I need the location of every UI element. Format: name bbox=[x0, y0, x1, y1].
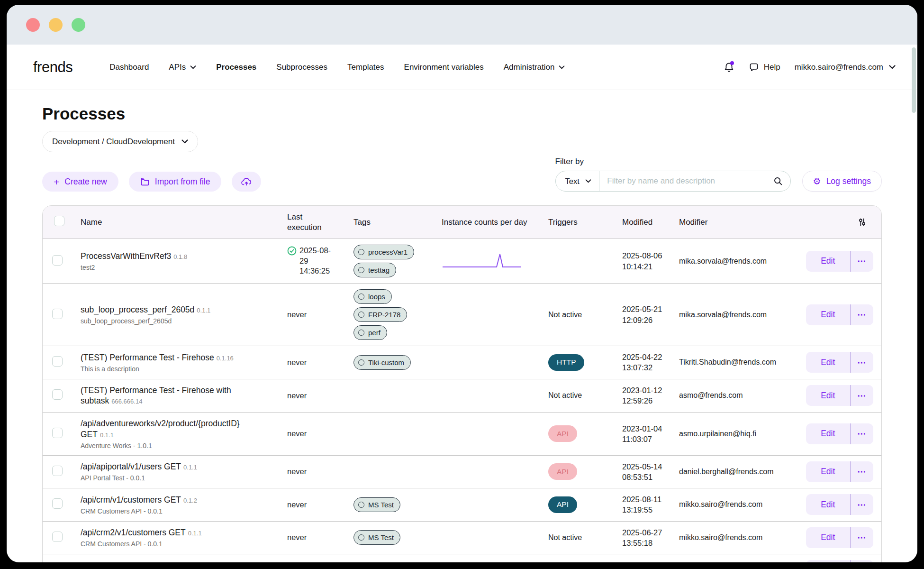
nav-item-administration[interactable]: Administration bbox=[504, 63, 565, 72]
column-modified[interactable]: Modified bbox=[611, 212, 668, 232]
row-checkbox[interactable] bbox=[52, 532, 63, 542]
process-name-cell[interactable]: (TEST) Performance Test - Firehose0.1.16… bbox=[69, 347, 276, 378]
row-checkbox-cell bbox=[43, 460, 69, 484]
import-from-file-button[interactable]: Import from file bbox=[129, 172, 222, 192]
cloud-upload-button[interactable] bbox=[232, 172, 261, 192]
process-name[interactable]: ProcessVarWithEnvRef3 bbox=[81, 251, 171, 261]
process-description: This is a description bbox=[81, 365, 272, 373]
actions-cell: Edit⋯ bbox=[805, 522, 882, 554]
process-name[interactable]: (TEST) Performance Test - Firehose bbox=[81, 353, 214, 362]
process-name[interactable]: /api/crm2/v1/customers GET bbox=[81, 528, 186, 537]
column-triggers[interactable]: Triggers bbox=[537, 212, 611, 232]
trigger-badge[interactable]: API bbox=[548, 463, 577, 480]
tag-pill[interactable]: processVar1 bbox=[353, 245, 414, 259]
edit-button[interactable]: Edit bbox=[806, 251, 850, 272]
trigger-badge[interactable]: API bbox=[548, 425, 577, 442]
edit-button[interactable]: Edit bbox=[806, 385, 850, 406]
more-actions-button[interactable]: ⋯ bbox=[851, 527, 873, 548]
tag-pill[interactable]: FRP-2178 bbox=[353, 307, 407, 322]
nav-item-label: Environment variables bbox=[404, 63, 484, 72]
trigger-badge[interactable]: API bbox=[548, 496, 577, 513]
environment-scope-selector[interactable]: Development / CloudDevelopment bbox=[42, 131, 198, 152]
tag-pill[interactable]: perf bbox=[353, 325, 387, 340]
process-name-cell[interactable]: /api/crm2/v1/customers GET0.1.1CRM Custo… bbox=[69, 522, 276, 553]
nav-item-environment-variables[interactable]: Environment variables bbox=[404, 63, 484, 72]
edit-button[interactable]: Edit bbox=[806, 423, 850, 444]
notifications-bell-icon[interactable] bbox=[724, 62, 734, 73]
nav-item-dashboard[interactable]: Dashboard bbox=[109, 63, 149, 72]
more-actions-button[interactable]: ⋯ bbox=[851, 494, 873, 515]
modified-cell: 2023-01-12 12:59:26 bbox=[611, 379, 668, 412]
more-actions-button[interactable]: ⋯ bbox=[851, 251, 873, 272]
process-name-cell[interactable]: /api/adventureworks/v2/product/{productI… bbox=[69, 413, 276, 455]
process-name-cell[interactable]: /api/JacekSample/v1/users GET0.1.4Jacek … bbox=[69, 555, 276, 562]
select-all-checkbox[interactable] bbox=[54, 216, 64, 226]
tag-pill[interactable]: Tiki-custom bbox=[353, 355, 411, 370]
row-checkbox[interactable] bbox=[52, 356, 63, 367]
nav-item-templates[interactable]: Templates bbox=[347, 63, 384, 72]
process-name-cell[interactable]: (TEST) Performance Test - Firehose with … bbox=[69, 379, 276, 413]
row-checkbox[interactable] bbox=[52, 428, 63, 438]
tag-pill[interactable]: loops bbox=[353, 289, 392, 304]
modifier-email: mikko.sairo@frends.com bbox=[679, 533, 801, 542]
process-name[interactable]: /api/JacekSample/v1/users GET bbox=[81, 561, 199, 562]
edit-button[interactable]: Edit bbox=[806, 494, 850, 515]
more-actions-button[interactable]: ⋯ bbox=[851, 423, 873, 444]
process-name-cell[interactable]: /api/crm/v1/customers GET0.1.2CRM Custom… bbox=[69, 489, 276, 521]
tag-pill[interactable]: MS Test bbox=[353, 530, 400, 545]
nav-item-subprocesses[interactable]: Subprocesses bbox=[276, 63, 327, 72]
process-name-cell[interactable]: /api/apiportal/v1/users GET0.1.1API Port… bbox=[69, 456, 276, 487]
process-name-cell[interactable]: sub_loop_process_perf_2605d0.1.1sub_loop… bbox=[69, 299, 276, 330]
last-execution-cell: never bbox=[276, 527, 342, 548]
modified-date: 2025-06-27 13:55:18 bbox=[622, 527, 664, 549]
frends-logo[interactable]: frends bbox=[33, 59, 72, 76]
close-window-dot[interactable] bbox=[26, 18, 40, 32]
filter-search-input[interactable] bbox=[599, 171, 773, 191]
row-checkbox[interactable] bbox=[52, 255, 63, 266]
create-new-button[interactable]: + Create new bbox=[42, 172, 118, 192]
row-checkbox[interactable] bbox=[52, 309, 63, 319]
edit-button[interactable]: Edit bbox=[806, 304, 850, 325]
filter-type-select[interactable]: Text bbox=[556, 171, 599, 191]
edit-button[interactable]: Edit bbox=[806, 560, 850, 562]
last-execution-value: never bbox=[287, 310, 307, 320]
column-last-execution[interactable]: Last execution bbox=[276, 207, 342, 237]
column-tags[interactable]: Tags bbox=[342, 212, 430, 232]
more-actions-button[interactable]: ⋯ bbox=[851, 385, 873, 406]
row-checkbox[interactable] bbox=[52, 498, 63, 509]
row-checkbox[interactable] bbox=[52, 389, 63, 400]
last-execution-value: never bbox=[287, 391, 307, 401]
nav-item-processes[interactable]: Processes bbox=[216, 63, 256, 72]
column-settings-icon[interactable] bbox=[857, 217, 867, 227]
nav-item-apis[interactable]: APIs bbox=[169, 63, 196, 72]
process-name-cell[interactable]: ProcessVarWithEnvRef30.1.8test2 bbox=[69, 245, 276, 277]
last-execution-value: never bbox=[287, 429, 307, 439]
process-name[interactable]: /api/crm/v1/customers GET bbox=[81, 495, 181, 505]
tag-pill[interactable]: testtag bbox=[353, 263, 396, 277]
edit-button[interactable]: Edit bbox=[806, 352, 850, 373]
maximize-window-dot[interactable] bbox=[72, 18, 85, 32]
table-header: Name Last execution Tags Instance counts… bbox=[43, 206, 881, 239]
log-settings-button[interactable]: ⚙ Log settings bbox=[802, 171, 882, 192]
more-actions-button[interactable]: ⋯ bbox=[851, 560, 873, 562]
process-name[interactable]: (TEST) Performance Test - Firehose with … bbox=[81, 385, 231, 406]
vertical-scrollbar[interactable] bbox=[912, 47, 916, 113]
row-checkbox[interactable] bbox=[52, 466, 63, 476]
tag-pill[interactable]: MS Test bbox=[353, 497, 400, 512]
more-actions-button[interactable]: ⋯ bbox=[851, 304, 873, 325]
column-name[interactable]: Name bbox=[69, 212, 276, 232]
more-actions-button[interactable]: ⋯ bbox=[851, 461, 873, 482]
edit-button[interactable]: Edit bbox=[806, 461, 850, 482]
column-instance-counts[interactable]: Instance counts per day bbox=[430, 212, 537, 232]
process-name[interactable]: /api/apiportal/v1/users GET bbox=[81, 462, 181, 471]
minimize-window-dot[interactable] bbox=[49, 18, 63, 32]
user-menu[interactable]: mikko.sairo@frends.com bbox=[795, 63, 896, 72]
column-modifier[interactable]: Modifier bbox=[668, 212, 805, 232]
search-icon[interactable] bbox=[773, 176, 790, 186]
edit-button[interactable]: Edit bbox=[806, 527, 850, 548]
process-name[interactable]: sub_loop_process_perf_2605d bbox=[81, 305, 194, 314]
trigger-badge[interactable]: HTTP bbox=[548, 354, 584, 371]
help-button[interactable]: Help bbox=[749, 62, 780, 73]
more-actions-button[interactable]: ⋯ bbox=[851, 352, 873, 373]
trigger-status-text: Not active bbox=[548, 391, 582, 399]
